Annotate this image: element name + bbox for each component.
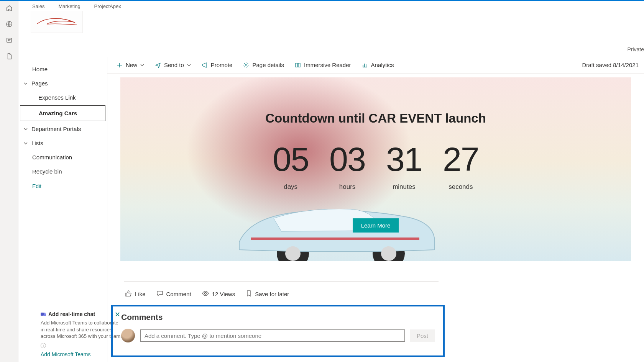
teams-icon — [41, 311, 46, 317]
avatar — [121, 329, 135, 342]
comments-section: Comments Post — [111, 305, 445, 357]
book-icon — [295, 62, 301, 68]
countdown-title: Countdown until CAR EVENT launch — [120, 111, 631, 126]
comments-title: Comments — [121, 313, 435, 322]
page-details-label: Page details — [252, 62, 284, 68]
nav-dept-label: Department Portals — [31, 126, 81, 132]
svg-rect-2 — [41, 313, 44, 316]
analytics-label: Analytics — [371, 62, 394, 68]
countdown-timer: 05 days 03 hours 31 minutes 27 seconds — [120, 143, 631, 191]
plus-icon — [117, 62, 123, 68]
countdown-minutes-value: 31 — [386, 143, 422, 176]
countdown-seconds-label: seconds — [449, 183, 473, 191]
immersive-label: Immersive Reader — [304, 62, 351, 68]
promo-title-text: Add real-time chat — [48, 311, 95, 317]
new-label: New — [126, 62, 137, 68]
news-icon[interactable] — [5, 36, 13, 44]
countdown-minutes-label: minutes — [393, 183, 416, 191]
add-teams-link[interactable]: Add Microsoft Teams — [41, 351, 90, 357]
nav-amazing-cars[interactable]: Amazing Cars — [20, 105, 105, 121]
nav-department-portals-group[interactable]: Department Portals — [18, 122, 107, 136]
page-details-button[interactable]: Page details — [239, 59, 288, 70]
views-indicator: 12 Views — [202, 290, 235, 298]
hub-tabs: Sales Marketing ProjectApex — [18, 1, 644, 9]
svg-point-3 — [44, 313, 46, 314]
privacy-label: Private — [627, 46, 644, 52]
hero-webpart: Countdown until CAR EVENT launch 05 days… — [120, 77, 631, 261]
social-bar: Like Comment 12 Views Save for later — [107, 282, 644, 305]
analytics-button[interactable]: Analytics — [358, 59, 398, 70]
info-icon[interactable]: i — [41, 343, 46, 348]
nav-pages-group[interactable]: Pages — [18, 76, 107, 90]
countdown-days-label: days — [284, 183, 297, 191]
chevron-down-icon — [23, 141, 28, 146]
immersive-reader-button[interactable]: Immersive Reader — [291, 59, 355, 70]
save-for-later-button[interactable]: Save for later — [246, 290, 289, 298]
send-icon — [155, 62, 161, 68]
like-icon — [125, 290, 132, 298]
svg-point-11 — [204, 293, 206, 295]
bookmark-icon — [246, 290, 252, 298]
like-label: Like — [135, 291, 146, 297]
comment-input[interactable] — [140, 329, 405, 342]
like-button[interactable]: Like — [125, 290, 146, 298]
suite-header: Sales Marketing ProjectApex Private — [18, 1, 644, 55]
comment-button[interactable]: Comment — [156, 290, 191, 298]
chevron-down-icon — [23, 81, 28, 86]
chevron-down-icon — [187, 62, 191, 68]
nav-edit-link[interactable]: Edit — [18, 179, 107, 193]
countdown-hours-label: hours — [339, 183, 356, 191]
post-button[interactable]: Post — [410, 329, 435, 342]
hub-tab-sales[interactable]: Sales — [32, 3, 45, 9]
command-bar: New Send to Promote Page details Immersi… — [107, 57, 644, 74]
nav-home[interactable]: Home — [18, 62, 107, 76]
megaphone-icon — [202, 62, 208, 68]
gear-icon — [243, 62, 249, 68]
draft-saved-status: Draft saved 8/14/2021 — [582, 62, 639, 68]
left-nav: Home Pages Expenses Link Amazing Cars De… — [18, 57, 107, 362]
nav-expenses-link[interactable]: Expenses Link — [18, 90, 107, 105]
site-logo[interactable] — [31, 11, 83, 33]
promote-label: Promote — [211, 62, 233, 68]
learn-more-button[interactable]: Learn More — [353, 218, 399, 233]
countdown-days-value: 05 — [273, 143, 309, 176]
chart-icon — [362, 62, 368, 68]
send-to-button[interactable]: Send to — [151, 59, 195, 70]
nav-lists-label: Lists — [31, 140, 43, 146]
chevron-down-icon — [23, 127, 28, 131]
svg-point-10 — [381, 246, 396, 261]
hub-tab-marketing[interactable]: Marketing — [59, 3, 80, 9]
nav-lists-group[interactable]: Lists — [18, 136, 107, 150]
eye-icon — [202, 290, 209, 298]
promote-button[interactable]: Promote — [198, 59, 237, 70]
svg-rect-8 — [251, 238, 419, 240]
comment-label: Comment — [166, 291, 191, 297]
countdown-seconds-value: 27 — [443, 143, 479, 176]
page-canvas: Countdown until CAR EVENT launch 05 days… — [107, 74, 644, 362]
views-label: 12 Views — [212, 291, 235, 297]
save-label: Save for later — [255, 291, 289, 297]
comment-icon — [156, 290, 163, 298]
nav-recycle-bin[interactable]: Recycle bin — [18, 164, 107, 179]
svg-point-5 — [245, 64, 247, 66]
hub-tab-projectapex[interactable]: ProjectApex — [94, 3, 121, 9]
send-to-label: Send to — [164, 62, 184, 68]
svg-point-9 — [285, 246, 301, 261]
countdown-hours-value: 03 — [329, 143, 365, 176]
globe-icon[interactable] — [5, 20, 13, 28]
chevron-down-icon — [140, 62, 144, 68]
nav-pages-label: Pages — [31, 80, 48, 87]
svg-rect-4 — [44, 314, 46, 316]
file-icon[interactable] — [5, 52, 13, 60]
svg-rect-1 — [7, 38, 12, 43]
new-button[interactable]: New — [113, 59, 148, 70]
app-rail — [0, 1, 18, 362]
nav-communication[interactable]: Communication — [18, 150, 107, 164]
home-icon[interactable] — [5, 4, 13, 12]
